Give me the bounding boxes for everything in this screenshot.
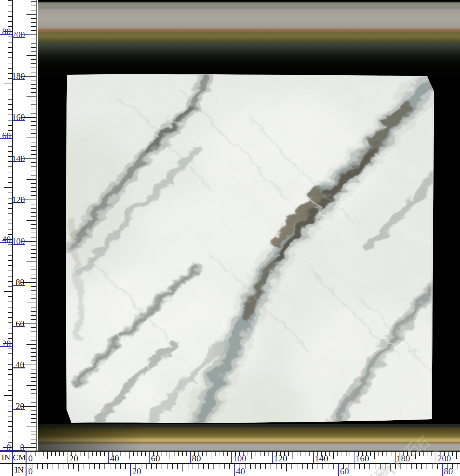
cm-minor-tick [31, 286, 37, 287]
cm-minor-tick [117, 452, 117, 456]
in-minor-tick [8, 151, 13, 152]
in-minor-tick [297, 464, 297, 469]
ruler-label-cm: 80 [12, 278, 24, 287]
in-minor-tick [8, 21, 13, 22]
in-minor-tick [8, 276, 13, 276]
in-minor-tick [255, 464, 256, 469]
ruler-label-cm: 120 [12, 195, 24, 205]
in-minor-tick [369, 464, 370, 469]
cm-minor-tick [174, 452, 174, 456]
in-minor-tick [333, 464, 334, 469]
in-minor-tick [135, 464, 136, 469]
cm-major-line [190, 452, 191, 463]
cm-minor-tick [423, 452, 424, 456]
in-minor-tick [411, 464, 412, 469]
cm-minor-tick [419, 452, 420, 456]
in-minor-tick [307, 464, 308, 469]
in-minor-tick [37, 464, 38, 469]
in-minor-tick [110, 464, 110, 469]
top-calibration-band [38, 0, 460, 80]
in-major-line [234, 464, 235, 476]
in-minor-tick [8, 177, 13, 178]
in-minor-tick [375, 464, 375, 469]
cm-minor-tick [31, 369, 37, 369]
in-minor-tick [53, 464, 53, 469]
cm-minor-tick [31, 327, 37, 328]
in-minor-tick [8, 219, 13, 219]
cm-minor-tick [31, 348, 37, 349]
corner-separator [12, 464, 13, 476]
cm-minor-tick [31, 47, 37, 48]
in-minor-tick [156, 464, 157, 469]
cm-medium-tick [170, 452, 170, 459]
cm-minor-tick [137, 452, 138, 456]
in-minor-tick [8, 130, 13, 131]
in-minor-tick [302, 464, 303, 469]
cm-minor-tick [337, 452, 338, 456]
ruler-label-cm: 60 [12, 319, 24, 329]
in-major-line [338, 464, 339, 476]
in-minor-tick [312, 464, 313, 469]
in-medium-tick [182, 464, 183, 471]
in-minor-tick [198, 464, 198, 469]
ruler-label-in: 60 [0, 131, 11, 141]
in-minor-tick [8, 141, 13, 141]
ruler-label-in: 20 [132, 467, 141, 476]
cm-minor-tick [31, 130, 37, 130]
in-minor-tick [349, 464, 349, 469]
cm-minor-tick [31, 418, 37, 419]
ruler-label-in: 20 [0, 339, 11, 349]
ruler-label-in: 80 [0, 27, 11, 37]
corner-separator [12, 452, 13, 463]
ruler-label-cm: 180 [12, 71, 24, 81]
in-minor-tick [8, 146, 13, 147]
cm-minor-tick [31, 307, 37, 307]
in-major-line [130, 464, 131, 476]
cm-minor-tick [31, 290, 37, 291]
cm-major-line [26, 452, 27, 463]
cm-minor-tick [31, 80, 37, 80]
cm-minor-tick [31, 10, 37, 10]
cm-minor-tick [166, 452, 166, 456]
cm-minor-tick [31, 133, 37, 134]
cm-minor-tick [411, 452, 412, 456]
in-minor-tick [84, 464, 84, 469]
cm-minor-tick [35, 452, 36, 456]
in-minor-tick [8, 431, 13, 432]
cm-minor-tick [31, 109, 37, 109]
in-medium-tick [4, 291, 13, 292]
cm-minor-tick [260, 452, 260, 456]
cm-minor-tick [276, 452, 277, 456]
cm-minor-tick [31, 257, 37, 258]
ruler-label-cm: 140 [12, 154, 24, 164]
cm-minor-tick [194, 452, 195, 456]
cm-minor-tick [31, 22, 37, 23]
cm-minor-tick [444, 452, 445, 456]
cm-minor-tick [162, 452, 162, 456]
cm-minor-tick [145, 452, 146, 456]
cm-medium-tick [374, 452, 375, 459]
in-minor-tick [271, 464, 271, 469]
ruler-label-cm: 200 [12, 30, 24, 40]
cm-minor-tick [31, 1, 37, 2]
cm-minor-tick [31, 125, 37, 126]
cm-minor-tick [198, 452, 199, 456]
cm-minor-tick [31, 266, 37, 266]
in-minor-tick [354, 464, 354, 469]
in-minor-tick [437, 464, 438, 469]
in-minor-tick [203, 464, 204, 469]
in-minor-tick [447, 464, 448, 469]
cm-minor-tick [284, 452, 285, 456]
cm-minor-tick [399, 452, 399, 456]
cm-minor-tick [31, 63, 37, 64]
cm-medium-tick [129, 452, 130, 459]
cm-minor-tick [329, 452, 330, 456]
cm-medium-tick [415, 452, 416, 459]
unit-label-cm: CM [13, 453, 24, 462]
cm-medium-tick [293, 452, 293, 459]
ruler-label-cm: 40 [12, 360, 24, 370]
in-minor-tick [125, 464, 126, 469]
cm-medium-tick [88, 452, 88, 459]
in-minor-tick [32, 464, 32, 469]
cm-minor-tick [309, 452, 310, 456]
